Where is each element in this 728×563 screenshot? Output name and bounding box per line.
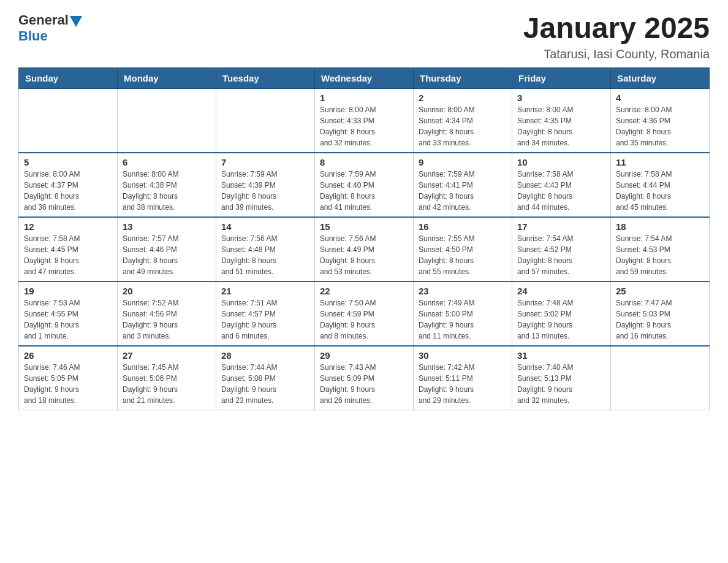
day-number: 7 <box>221 157 309 167</box>
calendar-cell: 17Sunrise: 7:54 AM Sunset: 4:52 PM Dayli… <box>512 217 611 282</box>
day-number: 12 <box>24 221 112 232</box>
page-header: General Blue January 2025 Tatarusi, Iasi… <box>18 12 710 61</box>
day-info: Sunrise: 7:54 AM Sunset: 4:53 PM Dayligh… <box>616 233 704 277</box>
day-info: Sunrise: 7:58 AM Sunset: 4:43 PM Dayligh… <box>517 169 605 213</box>
day-number: 19 <box>24 286 112 296</box>
logo-general: General <box>18 12 69 28</box>
weekday-header-tuesday: Tuesday <box>216 67 315 88</box>
day-number: 2 <box>419 93 507 103</box>
calendar-cell: 25Sunrise: 7:47 AM Sunset: 5:03 PM Dayli… <box>611 282 710 346</box>
calendar-cell: 24Sunrise: 7:48 AM Sunset: 5:02 PM Dayli… <box>512 282 611 346</box>
title-block: January 2025 Tatarusi, Iasi County, Roma… <box>523 12 710 61</box>
calendar-cell: 28Sunrise: 7:44 AM Sunset: 5:08 PM Dayli… <box>216 346 315 410</box>
day-number: 24 <box>517 286 605 296</box>
logo-blue: Blue <box>18 28 48 44</box>
day-number: 30 <box>419 350 507 361</box>
calendar-cell: 3Sunrise: 8:00 AM Sunset: 4:35 PM Daylig… <box>512 88 611 153</box>
day-number: 8 <box>320 157 408 167</box>
day-info: Sunrise: 7:59 AM Sunset: 4:39 PM Dayligh… <box>221 169 309 213</box>
weekday-header-friday: Friday <box>512 67 611 88</box>
weekday-row: SundayMondayTuesdayWednesdayThursdayFrid… <box>19 67 710 88</box>
day-info: Sunrise: 8:00 AM Sunset: 4:37 PM Dayligh… <box>24 169 112 213</box>
day-info: Sunrise: 7:47 AM Sunset: 5:03 PM Dayligh… <box>616 297 704 342</box>
month-year-title: January 2025 <box>523 12 710 45</box>
day-number: 1 <box>320 93 408 103</box>
calendar-table: SundayMondayTuesdayWednesdayThursdayFrid… <box>18 67 710 410</box>
day-info: Sunrise: 8:00 AM Sunset: 4:33 PM Dayligh… <box>320 104 408 148</box>
day-number: 3 <box>517 93 605 103</box>
day-info: Sunrise: 7:40 AM Sunset: 5:13 PM Dayligh… <box>517 362 605 406</box>
calendar-cell: 31Sunrise: 7:40 AM Sunset: 5:13 PM Dayli… <box>512 346 611 410</box>
day-number: 25 <box>616 286 704 296</box>
calendar-cell: 12Sunrise: 7:58 AM Sunset: 4:45 PM Dayli… <box>19 217 118 282</box>
day-number: 26 <box>24 350 112 361</box>
calendar-cell: 19Sunrise: 7:53 AM Sunset: 4:55 PM Dayli… <box>19 282 118 346</box>
day-number: 22 <box>320 286 408 296</box>
day-number: 11 <box>616 157 704 167</box>
calendar-header: SundayMondayTuesdayWednesdayThursdayFrid… <box>19 67 710 88</box>
day-number: 21 <box>221 286 309 296</box>
day-info: Sunrise: 8:00 AM Sunset: 4:36 PM Dayligh… <box>616 104 704 148</box>
day-info: Sunrise: 7:56 AM Sunset: 4:48 PM Dayligh… <box>221 233 309 277</box>
day-number: 17 <box>517 221 605 232</box>
day-info: Sunrise: 7:49 AM Sunset: 5:00 PM Dayligh… <box>419 297 507 342</box>
logo-triangle-icon <box>70 16 82 27</box>
day-info: Sunrise: 7:59 AM Sunset: 4:41 PM Dayligh… <box>419 169 507 213</box>
calendar-cell: 2Sunrise: 8:00 AM Sunset: 4:34 PM Daylig… <box>414 88 512 153</box>
day-info: Sunrise: 7:58 AM Sunset: 4:45 PM Dayligh… <box>24 233 112 277</box>
calendar-cell <box>611 346 710 410</box>
day-number: 31 <box>517 350 605 361</box>
calendar-week-5: 26Sunrise: 7:46 AM Sunset: 5:05 PM Dayli… <box>19 346 710 410</box>
calendar-cell: 7Sunrise: 7:59 AM Sunset: 4:39 PM Daylig… <box>216 153 315 217</box>
calendar-cell: 1Sunrise: 8:00 AM Sunset: 4:33 PM Daylig… <box>315 88 414 153</box>
calendar-cell: 14Sunrise: 7:56 AM Sunset: 4:48 PM Dayli… <box>216 217 315 282</box>
calendar-body: 1Sunrise: 8:00 AM Sunset: 4:33 PM Daylig… <box>19 88 710 410</box>
day-info: Sunrise: 7:46 AM Sunset: 5:05 PM Dayligh… <box>24 362 112 406</box>
day-info: Sunrise: 7:58 AM Sunset: 4:44 PM Dayligh… <box>616 169 704 213</box>
day-info: Sunrise: 8:00 AM Sunset: 4:34 PM Dayligh… <box>419 104 507 148</box>
calendar-cell: 13Sunrise: 7:57 AM Sunset: 4:46 PM Dayli… <box>118 217 216 282</box>
day-info: Sunrise: 7:54 AM Sunset: 4:52 PM Dayligh… <box>517 233 605 277</box>
day-info: Sunrise: 7:55 AM Sunset: 4:50 PM Dayligh… <box>419 233 507 277</box>
calendar-week-1: 1Sunrise: 8:00 AM Sunset: 4:33 PM Daylig… <box>19 88 710 153</box>
calendar-cell: 6Sunrise: 8:00 AM Sunset: 4:38 PM Daylig… <box>118 153 216 217</box>
calendar-cell: 15Sunrise: 7:56 AM Sunset: 4:49 PM Dayli… <box>315 217 414 282</box>
day-info: Sunrise: 8:00 AM Sunset: 4:35 PM Dayligh… <box>517 104 605 148</box>
weekday-header-wednesday: Wednesday <box>315 67 414 88</box>
day-number: 16 <box>419 221 507 232</box>
day-number: 5 <box>24 157 112 167</box>
day-number: 28 <box>221 350 309 361</box>
day-number: 29 <box>320 350 408 361</box>
weekday-header-monday: Monday <box>118 67 216 88</box>
day-number: 10 <box>517 157 605 167</box>
day-number: 15 <box>320 221 408 232</box>
day-info: Sunrise: 7:48 AM Sunset: 5:02 PM Dayligh… <box>517 297 605 342</box>
calendar-cell <box>118 88 216 153</box>
day-info: Sunrise: 7:44 AM Sunset: 5:08 PM Dayligh… <box>221 362 309 406</box>
weekday-header-thursday: Thursday <box>414 67 512 88</box>
calendar-cell: 30Sunrise: 7:42 AM Sunset: 5:11 PM Dayli… <box>414 346 512 410</box>
calendar-cell: 27Sunrise: 7:45 AM Sunset: 5:06 PM Dayli… <box>118 346 216 410</box>
day-info: Sunrise: 7:57 AM Sunset: 4:46 PM Dayligh… <box>123 233 211 277</box>
calendar-cell: 26Sunrise: 7:46 AM Sunset: 5:05 PM Dayli… <box>19 346 118 410</box>
day-number: 27 <box>123 350 211 361</box>
calendar-cell: 4Sunrise: 8:00 AM Sunset: 4:36 PM Daylig… <box>611 88 710 153</box>
calendar-cell <box>216 88 315 153</box>
calendar-cell: 8Sunrise: 7:59 AM Sunset: 4:40 PM Daylig… <box>315 153 414 217</box>
day-info: Sunrise: 8:00 AM Sunset: 4:38 PM Dayligh… <box>123 169 211 213</box>
calendar-cell: 10Sunrise: 7:58 AM Sunset: 4:43 PM Dayli… <box>512 153 611 217</box>
weekday-header-sunday: Sunday <box>19 67 118 88</box>
day-number: 23 <box>419 286 507 296</box>
day-number: 14 <box>221 221 309 232</box>
day-number: 6 <box>123 157 211 167</box>
calendar-cell: 21Sunrise: 7:51 AM Sunset: 4:57 PM Dayli… <box>216 282 315 346</box>
day-info: Sunrise: 7:53 AM Sunset: 4:55 PM Dayligh… <box>24 297 112 342</box>
calendar-cell: 18Sunrise: 7:54 AM Sunset: 4:53 PM Dayli… <box>611 217 710 282</box>
day-info: Sunrise: 7:59 AM Sunset: 4:40 PM Dayligh… <box>320 169 408 213</box>
calendar-cell: 16Sunrise: 7:55 AM Sunset: 4:50 PM Dayli… <box>414 217 512 282</box>
day-info: Sunrise: 7:42 AM Sunset: 5:11 PM Dayligh… <box>419 362 507 406</box>
day-info: Sunrise: 7:51 AM Sunset: 4:57 PM Dayligh… <box>221 297 309 342</box>
day-number: 4 <box>616 93 704 103</box>
calendar-cell: 20Sunrise: 7:52 AM Sunset: 4:56 PM Dayli… <box>118 282 216 346</box>
day-number: 20 <box>123 286 211 296</box>
